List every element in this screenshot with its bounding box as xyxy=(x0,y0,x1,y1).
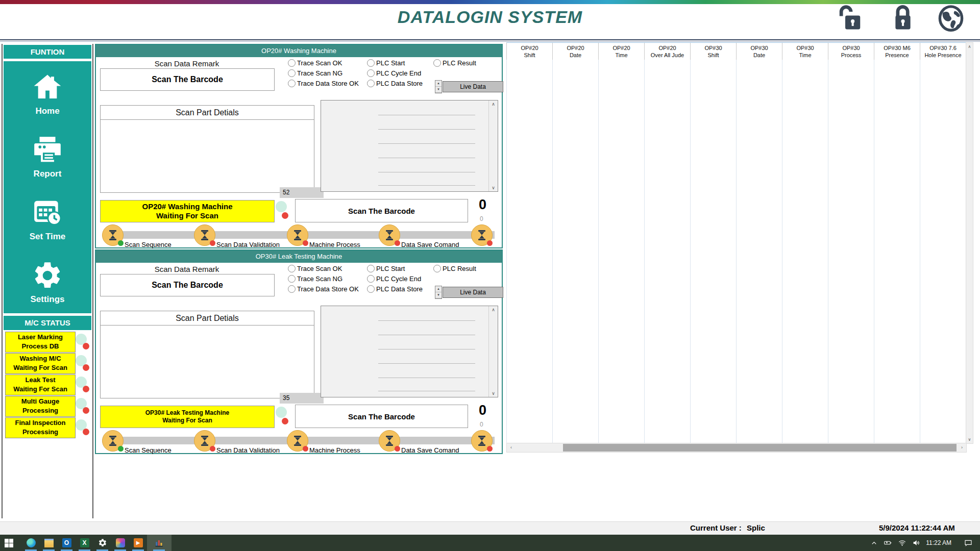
taskbar-app-datalogin-active[interactable] xyxy=(147,535,172,551)
table-horizontal-scrollbar[interactable]: ‹ › xyxy=(506,443,967,453)
taskbar-app-file-explorer[interactable] xyxy=(40,535,58,551)
radio-trace-scan-ok[interactable]: Trace Scan OK xyxy=(288,58,342,67)
stepper-down-icon[interactable]: ▼ xyxy=(435,292,442,298)
column-header[interactable]: OP#30Process xyxy=(828,43,874,60)
scroll-down-icon[interactable]: ∨ xyxy=(489,391,498,396)
wifi-icon[interactable] xyxy=(898,539,906,547)
radio-trace-scan-ok[interactable]: Trace Scan OK xyxy=(288,264,342,273)
unlock-icon[interactable] xyxy=(836,4,864,33)
column-header[interactable]: OP#20Shift xyxy=(507,43,553,60)
step-status-dot-red xyxy=(395,446,400,452)
column-header[interactable]: OP#30 M6Presence xyxy=(874,43,920,60)
scroll-up-icon[interactable]: ∧ xyxy=(489,102,498,107)
sidebar-item-home[interactable]: Home xyxy=(4,61,91,124)
step-status-dot-green xyxy=(118,240,124,246)
sidebar-item-set-time[interactable]: Set Time xyxy=(4,187,91,249)
stepper-up-icon[interactable]: ▲ xyxy=(435,81,442,87)
sidebar-function-header: FUNTION xyxy=(4,45,91,59)
page-title: DATALOGIN SYSTEM xyxy=(0,7,980,27)
column-header[interactable]: OP#30Time xyxy=(782,43,828,60)
hourglass-icon xyxy=(199,435,211,447)
sidebar-item-settings[interactable]: Settings xyxy=(4,249,91,312)
list-scrollbar[interactable]: ∧ ∨ xyxy=(488,306,498,397)
column-header[interactable]: OP#20Time xyxy=(599,43,645,60)
radio-plc-start[interactable]: PLC Start xyxy=(367,264,405,273)
taskbar-app-edge[interactable] xyxy=(22,535,40,551)
scroll-down-icon[interactable]: ∨ xyxy=(489,185,498,190)
globe-icon[interactable] xyxy=(937,4,965,33)
taskbar-app-media-player[interactable]: ▶ xyxy=(129,535,147,551)
list-scrollbar[interactable]: ∧ ∨ xyxy=(488,101,498,191)
scan-part-details-list[interactable]: Scan Part Detials xyxy=(100,105,314,193)
radio-plc-result[interactable]: PLC Result xyxy=(433,58,476,67)
battery-icon[interactable] xyxy=(883,539,893,547)
live-data-button[interactable]: Live Data xyxy=(443,81,503,92)
sidebar-left-border xyxy=(2,44,3,518)
radio-plc-data-store[interactable]: PLC Data Store xyxy=(367,79,423,88)
radio-trace-scan-ng[interactable]: Trace Scan NG xyxy=(288,68,342,78)
scroll-down-icon[interactable]: ∨ xyxy=(966,437,973,442)
radio-trace-data-store-ok[interactable]: Trace Data Store OK xyxy=(288,79,359,88)
scroll-left-icon[interactable]: ‹ xyxy=(507,444,515,452)
radio-label: PLC Result xyxy=(443,265,476,272)
column-header[interactable]: OP#20Date xyxy=(553,43,599,60)
step-status-dot-red xyxy=(303,446,308,452)
radio-plc-result[interactable]: PLC Result xyxy=(433,264,476,273)
live-data-stepper[interactable]: ▲▼ xyxy=(435,80,442,93)
sidebar-item-report[interactable]: Report xyxy=(4,124,91,187)
taskbar-clock[interactable]: 11:22 AM xyxy=(926,539,951,546)
scroll-up-icon[interactable]: ∧ xyxy=(966,44,973,49)
step-status-dot-red xyxy=(210,240,215,246)
scan-remark-field[interactable]: Scan The Barcode xyxy=(100,68,275,91)
scan-barcode-input[interactable]: Scan The Barcode xyxy=(295,405,468,428)
scrollbar-thumb[interactable] xyxy=(563,444,957,452)
lock-icon[interactable] xyxy=(889,4,917,33)
radio-circle-icon xyxy=(367,69,375,77)
radio-trace-data-store-ok[interactable]: Trace Data Store OK xyxy=(288,284,359,293)
taskbar-app-settings[interactable] xyxy=(93,535,111,551)
action-center-icon[interactable] xyxy=(964,539,973,547)
tray-expand-icon[interactable] xyxy=(870,539,878,547)
radio-plc-start[interactable]: PLC Start xyxy=(367,58,405,67)
live-data-stepper[interactable]: ▲▼ xyxy=(435,286,442,299)
table-body-column xyxy=(645,60,691,443)
column-header[interactable]: OP#20Over All Jude xyxy=(645,43,691,60)
taskbar-app-outlook[interactable]: O xyxy=(58,535,76,551)
list-separator-line xyxy=(378,185,475,186)
radio-circle-icon xyxy=(367,285,375,293)
scan-barcode-input[interactable]: Scan The Barcode xyxy=(295,199,468,222)
radio-trace-scan-ng[interactable]: Trace Scan NG xyxy=(288,274,342,283)
taskbar-app-excel[interactable]: X xyxy=(76,535,93,551)
live-data-list[interactable]: ∧ ∨ xyxy=(321,306,498,397)
scan-data-remark-label: Scan Data Remark xyxy=(100,59,274,68)
scroll-up-icon[interactable]: ∧ xyxy=(489,307,498,312)
column-header[interactable]: OP#30Shift xyxy=(691,43,737,60)
radio-plc-cycle-end[interactable]: PLC Cycle End xyxy=(367,68,421,78)
step-label: Data Save Comand xyxy=(401,241,459,248)
start-button[interactable] xyxy=(0,535,18,551)
live-data-list[interactable]: ∧ ∨ xyxy=(321,100,498,192)
radio-plc-data-store[interactable]: PLC Data Store xyxy=(367,284,423,293)
radio-plc-cycle-end[interactable]: PLC Cycle End xyxy=(367,274,421,283)
volume-icon[interactable] xyxy=(912,539,921,547)
scan-remark-field[interactable]: Scan The Barcode xyxy=(100,274,275,296)
stepper-down-icon[interactable]: ▼ xyxy=(435,87,442,93)
step-label: Scan Sequence xyxy=(125,241,172,248)
column-header[interactable]: OP#30 7.6Hole Presence xyxy=(920,43,966,60)
scan-ok-lamp xyxy=(276,407,287,418)
taskbar-app-paint3d[interactable] xyxy=(111,535,129,551)
column-header[interactable]: OP#30Date xyxy=(737,43,782,60)
status-leak-test: Leak Test Waiting For Scan xyxy=(5,374,76,395)
hourglass-icon xyxy=(199,229,211,241)
scan-part-details-list[interactable]: Scan Part Detials xyxy=(100,311,314,398)
live-data-button[interactable]: Live Data xyxy=(443,287,503,298)
stepper-up-icon[interactable]: ▲ xyxy=(435,286,442,292)
radio-label: PLC Cycle End xyxy=(376,69,421,77)
table-vertical-scrollbar[interactable]: ∧ ∨ xyxy=(966,42,973,444)
excel-icon: X xyxy=(80,538,89,547)
scroll-right-icon[interactable]: › xyxy=(958,444,966,452)
list-separator-line xyxy=(378,143,475,144)
hourglass-icon xyxy=(476,229,488,241)
radio-circle-icon xyxy=(288,275,296,283)
trace-data-table: OP#20Shift OP#20Date OP#20Time OP#20Over… xyxy=(506,42,972,452)
